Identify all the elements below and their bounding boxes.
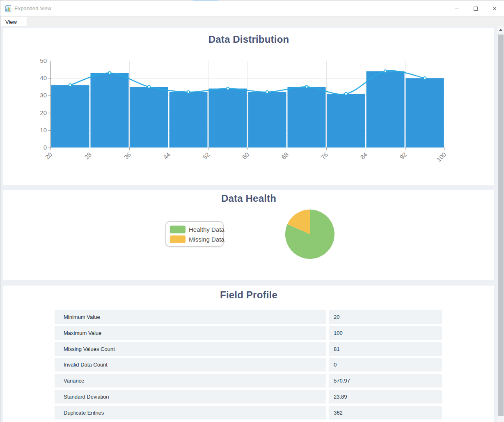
curve-marker: [424, 77, 426, 79]
y-tick-label: 40: [40, 74, 47, 81]
x-tick-label: 20: [44, 151, 53, 161]
x-tick-label: 28: [83, 151, 93, 161]
panel-data-health: Data Health Healthy DataMissing Data: [3, 190, 494, 280]
title-bar: Expanded View ✕: [0, 0, 504, 16]
close-icon: ✕: [492, 6, 497, 12]
field-profile-table: Minimum Value20Maximum Value100Missing V…: [55, 310, 442, 422]
curve-marker: [108, 71, 111, 74]
curve-marker: [305, 85, 308, 88]
x-tick-label: 52: [201, 151, 211, 161]
row-value: 362: [329, 406, 442, 420]
minimize-icon: [455, 9, 459, 9]
histogram-bar: [367, 71, 405, 148]
vertical-scrollbar[interactable]: [497, 26, 504, 422]
row-label: Maximum Value: [55, 326, 326, 340]
row-label: Variance: [55, 374, 326, 387]
table-row: Invalid Data Count0: [55, 358, 442, 371]
x-tick-label: 36: [122, 151, 132, 161]
histogram-bar: [51, 85, 89, 148]
y-tick-label: 30: [40, 92, 47, 99]
histogram-chart: 0102030405020283644526068768492100: [3, 28, 494, 185]
histogram-bar: [406, 78, 444, 148]
curve-marker: [266, 91, 268, 93]
y-tick-label: 20: [40, 109, 47, 116]
curve-marker: [148, 85, 150, 88]
row-value: 0: [329, 358, 442, 371]
window-controls: ✕: [447, 0, 504, 17]
row-value: 20: [329, 310, 442, 324]
row-value: 23.89: [329, 390, 442, 404]
scroll-up-arrow-icon: [499, 29, 502, 31]
row-label: Missing Values Count: [55, 342, 326, 356]
y-tick-label: 50: [40, 57, 47, 64]
row-label: Minimum Value: [55, 310, 326, 324]
row-value: 570.97: [329, 374, 442, 387]
scroll-up-button[interactable]: [497, 26, 504, 33]
histogram-bar: [91, 73, 129, 148]
x-tick-label: 92: [398, 151, 408, 161]
x-tick-label: 68: [280, 151, 290, 161]
minimize-button[interactable]: [447, 0, 466, 17]
table-row: Minimum Value20: [55, 310, 442, 324]
window-title: Expanded View: [14, 5, 51, 12]
curve-marker: [345, 92, 347, 95]
x-tick-label: 76: [319, 151, 329, 161]
content-area: Data Distribution 0102030405020283644526…: [0, 26, 497, 422]
y-tick-label: 0: [44, 144, 47, 151]
histogram-bar: [248, 92, 286, 148]
table-row: Variance570.97: [55, 374, 442, 387]
row-label: Duplicate Entries: [55, 406, 326, 420]
pie-chart: [3, 190, 494, 280]
table-row: Missing Values Count81: [55, 342, 442, 356]
table-row: Standard Deviation23.89: [55, 390, 442, 404]
profile-title: Field Profile: [3, 289, 494, 301]
histogram-bar: [209, 89, 247, 148]
curve-marker: [384, 70, 387, 72]
x-tick-label: 84: [359, 151, 369, 161]
histogram-bar: [327, 94, 365, 148]
x-tick-label: 60: [241, 151, 250, 161]
y-tick-label: 10: [40, 127, 47, 134]
row-label: Invalid Data Count: [55, 358, 326, 371]
maximize-icon: [474, 7, 478, 11]
curve-marker: [69, 84, 71, 86]
row-value: 81: [329, 342, 442, 356]
x-tick-label: 100: [435, 151, 447, 163]
curve-marker: [187, 91, 190, 93]
histogram-bar: [170, 92, 208, 148]
menu-bar: View: [0, 16, 504, 26]
tab-view-label: View: [5, 19, 17, 25]
table-row: Duplicate Entries362: [55, 406, 442, 420]
table-row: Maximum Value100: [55, 326, 442, 340]
scrollbar-thumb[interactable]: [498, 35, 504, 416]
maximize-button[interactable]: [466, 0, 485, 17]
histogram-bar: [130, 87, 168, 148]
row-value: 100: [329, 326, 442, 340]
tab-view[interactable]: View: [1, 17, 27, 27]
x-tick-label: 44: [162, 151, 172, 161]
close-button[interactable]: ✕: [485, 0, 504, 17]
panel-data-distribution: Data Distribution 0102030405020283644526…: [3, 28, 494, 185]
histogram-bar: [288, 87, 326, 148]
row-label: Standard Deviation: [55, 390, 326, 404]
panel-field-profile: Field Profile Minimum Value20Maximum Val…: [3, 286, 494, 422]
app-icon: [5, 5, 11, 12]
curve-marker: [227, 87, 229, 90]
